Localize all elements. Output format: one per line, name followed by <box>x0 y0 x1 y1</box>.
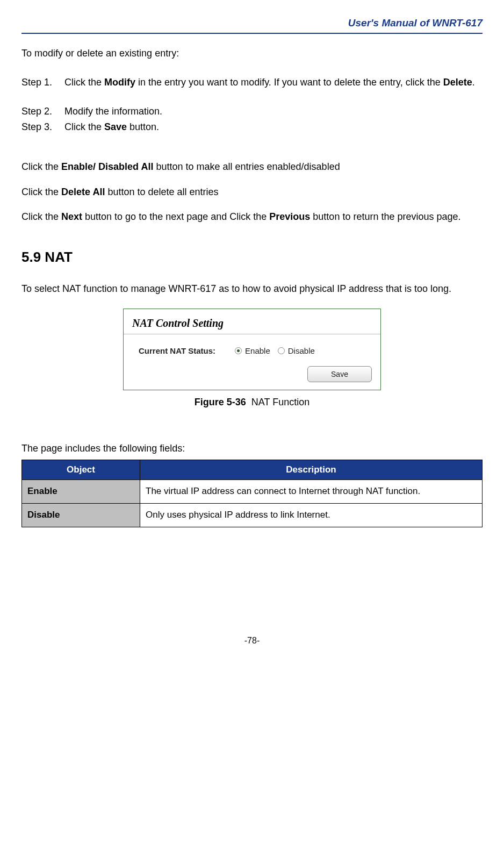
bold-delete: Delete <box>443 77 472 88</box>
table-row: Enable The virtual IP address can connec… <box>22 479 483 503</box>
figure-text: NAT Function <box>251 397 309 407</box>
radio-enable-label: Enable <box>245 345 270 356</box>
radio-icon <box>235 347 242 354</box>
radio-dot-icon <box>237 349 240 352</box>
text: . <box>472 77 475 88</box>
step-content: Click the Modify in the entry you want t… <box>64 71 483 94</box>
step-label: Step 3. <box>21 120 64 134</box>
section-heading-nat: 5.9 NAT <box>21 247 483 267</box>
text: in the entry you want to modify. If you … <box>135 77 443 88</box>
cell-object: Disable <box>22 503 140 527</box>
step-label: Step 2. <box>21 105 64 118</box>
step-content: Modify the information. <box>64 105 483 118</box>
text: Click the <box>21 161 61 172</box>
text: Click the <box>21 187 61 197</box>
figure-caption: Figure 5-36 NAT Function <box>21 396 483 409</box>
text: Click the <box>64 77 104 88</box>
header-object: Object <box>22 460 140 479</box>
text: Click the <box>64 121 104 132</box>
note-enable-all: Click the Enable/ Disabled All button to… <box>21 158 483 176</box>
nat-status-label: Current NAT Status: <box>139 345 215 356</box>
header-description: Description <box>140 460 483 479</box>
radio-disable-label: Disable <box>288 345 315 356</box>
nat-control-panel: NAT Control Setting Current NAT Status: … <box>123 309 381 390</box>
section-description: To select NAT function to manage WNRT-61… <box>21 280 483 298</box>
bold-save: Save <box>104 121 127 132</box>
panel-title: NAT Control Setting <box>124 309 380 333</box>
cell-description: Only uses physical IP address to link In… <box>140 503 483 527</box>
radio-icon <box>278 347 285 354</box>
bold-next: Next <box>61 211 82 222</box>
nat-status-row: Current NAT Status: Enable Disable <box>124 342 380 366</box>
radio-disable[interactable]: Disable <box>278 345 315 356</box>
text: button. <box>127 121 159 132</box>
text: Modify the information. <box>64 106 162 117</box>
step-content: Click the Save button. <box>64 120 483 134</box>
step-2: Step 2. Modify the information. <box>21 105 483 118</box>
radio-enable[interactable]: Enable <box>235 345 270 356</box>
save-button[interactable]: Save <box>307 366 372 382</box>
step-label: Step 1. <box>21 71 64 94</box>
text: button to delete all entries <box>105 187 218 197</box>
nat-panel-wrap: NAT Control Setting Current NAT Status: … <box>21 309 483 390</box>
bold-enable-all: Enable/ Disabled All <box>61 161 153 172</box>
figure-label: Figure 5-36 <box>195 397 246 407</box>
intro-text: To modify or delete an existing entry: <box>21 47 483 60</box>
step-1: Step 1. Click the Modify in the entry yo… <box>21 71 483 94</box>
text: Click the <box>21 211 61 222</box>
header-rule <box>21 33 483 34</box>
fields-table: Object Description Enable The virtual IP… <box>21 460 483 527</box>
bold-delete-all: Delete All <box>61 187 105 197</box>
document-header-title: User's Manual of WNRT-617 <box>21 16 483 33</box>
bold-previous: Previous <box>269 211 310 222</box>
note-delete-all: Click the Delete All button to delete al… <box>21 183 483 201</box>
cell-object: Enable <box>22 479 140 503</box>
note-pagination: Click the Next button to go to the next … <box>21 207 483 226</box>
step-3: Step 3. Click the Save button. <box>21 120 483 134</box>
text: button to return the previous page. <box>310 211 460 222</box>
save-row: Save <box>124 366 380 390</box>
table-row: Disable Only uses physical IP address to… <box>22 503 483 527</box>
text: button to make all entries enabled/disab… <box>153 161 340 172</box>
bold-modify: Modify <box>104 77 135 88</box>
fields-intro: The page includes the following fields: <box>21 442 483 455</box>
page-number: -78- <box>21 635 483 647</box>
table-header-row: Object Description <box>22 460 483 479</box>
panel-rule <box>124 334 380 334</box>
text: button to go to the next page and Click … <box>82 211 269 222</box>
cell-description: The virtual IP address can connect to In… <box>140 479 483 503</box>
